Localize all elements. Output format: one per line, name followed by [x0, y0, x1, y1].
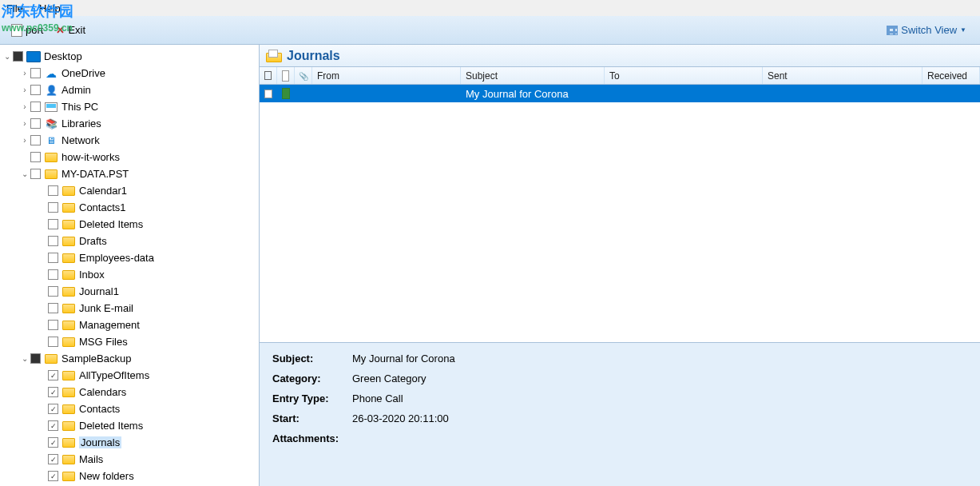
- checkbox[interactable]: [48, 253, 58, 263]
- checkbox[interactable]: [30, 118, 41, 129]
- expand-icon[interactable]: ›: [19, 69, 30, 78]
- checkbox[interactable]: [30, 85, 41, 95]
- checkbox[interactable]: [48, 286, 58, 297]
- expand-icon[interactable]: ›: [19, 102, 30, 111]
- checkbox[interactable]: [13, 51, 23, 62]
- checkbox[interactable]: [30, 135, 41, 145]
- column-to[interactable]: To: [605, 67, 763, 84]
- column-sent[interactable]: Sent: [763, 67, 922, 84]
- chevron-down-icon: ▼: [960, 26, 966, 34]
- menu-bar: File Help: [0, 0, 980, 16]
- tree-item[interactable]: Drafts: [0, 233, 259, 249]
- checkbox[interactable]: [48, 185, 58, 196]
- checkbox[interactable]: ✓: [48, 454, 58, 464]
- tree-label: Mails: [79, 453, 103, 465]
- folder-icon: [62, 404, 75, 414]
- tree-label: This PC: [61, 101, 98, 113]
- tree-label: Libraries: [61, 118, 101, 129]
- folder-icon: [62, 337, 75, 347]
- tree-item-samplebackup[interactable]: ⌄ SampleBackup: [0, 350, 259, 367]
- tree-item-howitworks[interactable]: how-it-works: [0, 149, 259, 165]
- column-from[interactable]: From: [312, 67, 461, 84]
- column-subject[interactable]: Subject: [461, 67, 605, 84]
- checkbox[interactable]: ✓: [48, 437, 58, 448]
- collapse-icon[interactable]: ⌄: [19, 354, 30, 363]
- menu-file[interactable]: File: [6, 2, 23, 14]
- tree-item[interactable]: MSG Files: [0, 333, 259, 350]
- tree-item[interactable]: Junk E-mail: [0, 300, 259, 317]
- tree-label: Junk E-mail: [79, 302, 133, 314]
- tree-item-admin[interactable]: › Admin: [0, 82, 259, 98]
- tree-item-desktop[interactable]: ⌄ Desktop: [0, 48, 259, 65]
- checkbox[interactable]: ✓: [48, 404, 58, 414]
- tree-item-network[interactable]: › Network: [0, 132, 259, 149]
- tree-item[interactable]: ✓Mails: [0, 451, 259, 468]
- checkbox[interactable]: ✓: [48, 471, 58, 481]
- checkbox[interactable]: [48, 303, 58, 313]
- tree-item[interactable]: Journal1: [0, 283, 259, 300]
- tree-label: Deleted Items: [79, 218, 143, 230]
- tree-item[interactable]: ✓Journals: [0, 434, 259, 451]
- collapse-icon[interactable]: ⌄: [19, 169, 30, 178]
- folder-tree[interactable]: ⌄ Desktop › OneDrive › Admin › This PC ›: [0, 45, 260, 486]
- folder-icon: [62, 321, 75, 330]
- folder-icon: [62, 371, 75, 380]
- checkbox[interactable]: [48, 320, 58, 330]
- tree-label: Journal1: [79, 285, 119, 297]
- tree-item[interactable]: ✓Contacts: [0, 400, 259, 417]
- tree-item[interactable]: ✓Deleted Items: [0, 417, 259, 434]
- tree-label: Employees-data: [79, 252, 154, 264]
- item-list[interactable]: My Journal for Corona: [260, 85, 980, 342]
- tree-item[interactable]: Deleted Items: [0, 216, 259, 233]
- checkbox[interactable]: [48, 202, 58, 213]
- checkbox[interactable]: [48, 269, 58, 280]
- export-button[interactable]: port: [6, 22, 48, 38]
- expand-icon[interactable]: ›: [19, 136, 30, 145]
- menu-help[interactable]: Help: [39, 2, 61, 14]
- checkbox[interactable]: [30, 102, 41, 112]
- expand-icon[interactable]: ›: [19, 86, 30, 94]
- column-received[interactable]: Received: [922, 67, 980, 84]
- header-attachment[interactable]: [295, 67, 312, 84]
- collapse-icon[interactable]: ⌄: [2, 52, 13, 61]
- checkbox[interactable]: [48, 219, 58, 229]
- panel-header: Journals: [260, 45, 980, 67]
- switch-view-button[interactable]: Switch View ▼: [879, 22, 974, 38]
- tree-item[interactable]: Calendar1: [0, 182, 259, 199]
- tree-label: Contacts: [79, 403, 120, 415]
- folder-icon: [45, 354, 58, 364]
- tree-label: Calendar1: [79, 185, 127, 197]
- tree-item[interactable]: ✓AllTypeOfItems: [0, 367, 259, 384]
- checkbox[interactable]: [30, 152, 41, 162]
- tree-item[interactable]: ✓New folders: [0, 468, 259, 484]
- tree-label: Admin: [61, 84, 91, 96]
- tree-item[interactable]: Contacts1: [0, 199, 259, 216]
- checkbox[interactable]: [30, 68, 41, 78]
- tree-label: Management: [79, 319, 140, 331]
- header-checkbox[interactable]: [260, 67, 277, 84]
- checkbox[interactable]: [48, 236, 58, 246]
- tree-item[interactable]: Employees-data: [0, 249, 259, 266]
- exit-button[interactable]: ✕ Exit: [51, 22, 90, 38]
- toolbar: port ✕ Exit Switch View ▼: [0, 16, 980, 45]
- checkbox[interactable]: [30, 353, 41, 364]
- tree-item-thispc[interactable]: › This PC: [0, 98, 259, 115]
- folder-icon: [62, 253, 75, 263]
- checkbox[interactable]: ✓: [48, 420, 58, 431]
- paperclip-icon: [299, 70, 308, 82]
- tree-item[interactable]: Inbox: [0, 266, 259, 283]
- list-row[interactable]: My Journal for Corona: [260, 85, 980, 102]
- tree-item-mydatapst[interactable]: ⌄ MY-DATA.PST: [0, 165, 259, 182]
- folder-icon: [62, 237, 75, 246]
- tree-item[interactable]: Management: [0, 317, 259, 333]
- network-icon: [44, 134, 58, 147]
- checkbox[interactable]: [48, 337, 58, 347]
- tree-item-onedrive[interactable]: › OneDrive: [0, 65, 259, 82]
- row-checkbox[interactable]: [264, 90, 272, 98]
- expand-icon[interactable]: ›: [19, 119, 30, 128]
- tree-item-libraries[interactable]: › Libraries: [0, 115, 259, 132]
- checkbox[interactable]: ✓: [48, 370, 58, 380]
- checkbox[interactable]: [30, 169, 41, 179]
- tree-item[interactable]: ✓Calendars: [0, 384, 259, 400]
- checkbox[interactable]: ✓: [48, 387, 58, 397]
